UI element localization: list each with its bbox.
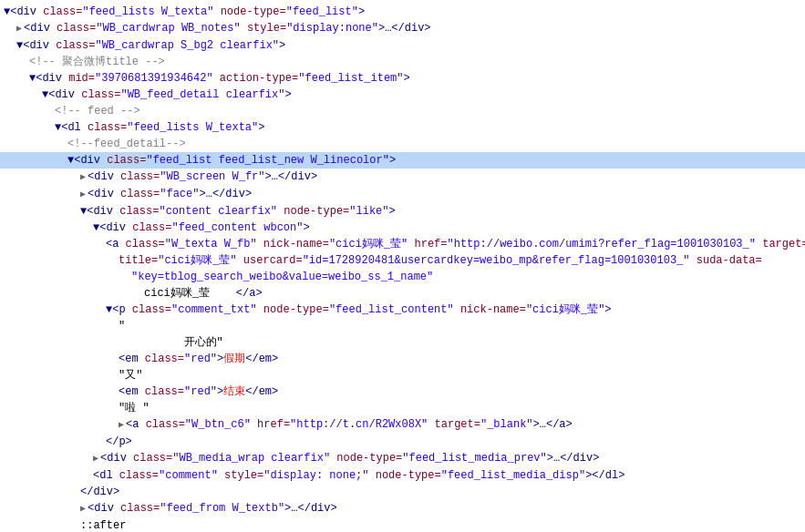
code-line: <a class="W_texta W_fb" nick-name="cici妈… (0, 236, 805, 252)
line-content: <em class="red">假期</em> (119, 351, 801, 367)
line-content: cici妈咪_莹 </a> (144, 285, 801, 302)
code-line: ▼<div class="WB_cardwrap S_bg2 clearfix"… (0, 37, 805, 54)
code-line: <!-- feed --> (0, 103, 805, 119)
line-content: ▶<div class="WB_screen W_fr">…</div> (80, 169, 801, 186)
line-content: <!-- 聚合微博title --> (29, 54, 801, 70)
code-line: ▼<p class="comment_txt" node-type="feed_… (0, 302, 805, 318)
line-content: ▼<div class="WB_feed_detail clearfix"> (42, 87, 801, 103)
code-line: ▶<div class="WB_screen W_fr">…</div> (0, 169, 805, 186)
line-content: ▶<div class="feed_from W_textb">…</div> (80, 500, 801, 517)
line-content: ▶<a class="W_btn_c6" href="http://t.cn/R… (119, 416, 801, 434)
line-content: ▶<div class="face">…</div> (80, 186, 801, 203)
line-content: ▼<div class="WB_cardwrap S_bg2 clearfix"… (16, 37, 801, 54)
code-line: ▼<div class="feed_content wbcon"> (0, 220, 805, 236)
code-line: ▶<div class="WB_cardwrap WB_notes" style… (0, 20, 805, 37)
code-line: ▼<div class="feed_list feed_list_new W_l… (0, 152, 805, 169)
line-content: ::after (80, 517, 801, 532)
code-line: ▶<div class="face">…</div> (0, 186, 805, 203)
line-content: ▼<dl class="feed_lists W_texta"> (55, 119, 801, 136)
line-content: " (119, 318, 801, 334)
line-content: </p> (106, 434, 801, 450)
line-content: </div> (80, 484, 801, 500)
line-content: "key=tblog_search_weibo&value=weibo_ss_1… (131, 269, 801, 285)
line-content: ▼<div class="feed_lists W_texta" node-ty… (4, 4, 801, 20)
line-content: ▶<div class="WB_media_wrap clearfix" nod… (93, 450, 801, 467)
code-line: ▼<div class="content clearfix" node-type… (0, 203, 805, 220)
line-content: ▼<div class="content clearfix" node-type… (80, 203, 801, 220)
code-line: <em class="red">假期</em> (0, 351, 805, 367)
line-content: <!-- feed --> (55, 103, 801, 119)
code-line: <em class="red">结束</em> (0, 384, 805, 400)
code-line: <!-- 聚合微博title --> (0, 54, 805, 70)
line-content: <dl class="comment" style="display: none… (93, 467, 801, 484)
line-content: <a class="W_texta W_fb" nick-name="cici妈… (106, 236, 805, 252)
code-line: "啦 " (0, 400, 805, 416)
code-line: " (0, 318, 805, 334)
line-content: <em class="red">结束</em> (119, 384, 801, 400)
line-content: "啦 " (119, 400, 801, 416)
code-line: </p> (0, 434, 805, 450)
line-content: title="cici妈咪_莹" usercard="id=1728920481… (119, 252, 801, 269)
code-line: ▶<a class="W_btn_c6" href="http://t.cn/R… (0, 416, 805, 434)
code-viewer: ▼<div class="feed_lists W_texta" node-ty… (0, 0, 805, 532)
code-line: title="cici妈咪_莹" usercard="id=1728920481… (0, 252, 805, 269)
code-line: ▼<div mid="3970681391934642" action-type… (0, 70, 805, 87)
line-content: ▼<p class="comment_txt" node-type="feed_… (106, 302, 801, 318)
line-content: ▼<div class="feed_list feed_list_new W_l… (67, 152, 801, 169)
code-line: <dl class="comment" style="display: none… (0, 467, 805, 484)
line-content: <!--feed_detail--> (67, 136, 801, 152)
line-content: ▼<div mid="3970681391934642" action-type… (29, 70, 801, 87)
code-line: ::after (0, 517, 805, 532)
line-content: ▶<div class="WB_cardwrap WB_notes" style… (16, 20, 801, 37)
code-line: ▼<div class="feed_lists W_texta" node-ty… (0, 4, 805, 20)
code-line: 开心的" (0, 334, 805, 351)
code-line: <!--feed_detail--> (0, 136, 805, 152)
line-content: "又" (119, 367, 801, 384)
line-content: ▼<div class="feed_content wbcon"> (93, 220, 801, 236)
code-line: ▶<div class="feed_from W_textb">…</div> (0, 500, 805, 517)
code-line: "key=tblog_search_weibo&value=weibo_ss_1… (0, 269, 805, 285)
code-line: ▶<div class="WB_media_wrap clearfix" nod… (0, 450, 805, 467)
code-line: </div> (0, 484, 805, 500)
code-line: "又" (0, 367, 805, 384)
line-content: 开心的" (131, 334, 801, 351)
code-line: ▼<div class="WB_feed_detail clearfix"> (0, 87, 805, 103)
code-line: ▼<dl class="feed_lists W_texta"> (0, 119, 805, 136)
code-line: cici妈咪_莹 </a> (0, 285, 805, 302)
